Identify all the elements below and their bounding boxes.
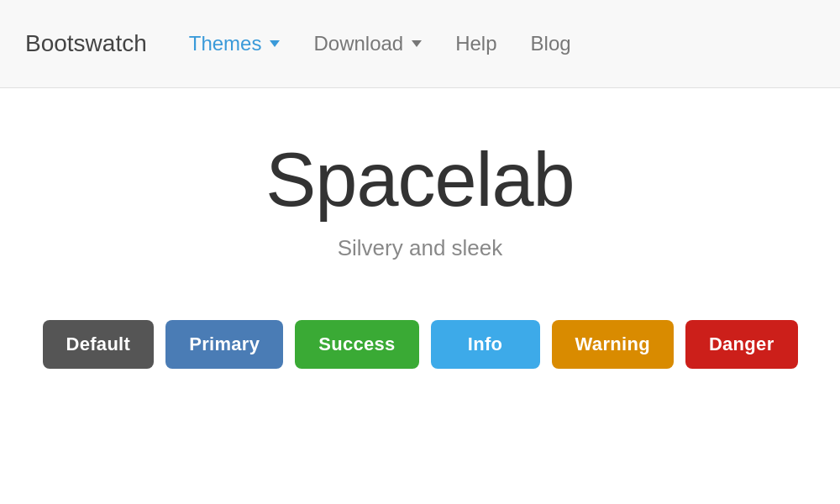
btn-success[interactable]: Success xyxy=(295,320,418,369)
nav-link-help[interactable]: Help xyxy=(455,32,496,55)
nav-label-help: Help xyxy=(455,32,496,55)
chevron-down-icon xyxy=(270,40,280,47)
navbar: Bootswatch Themes Download Help Blog xyxy=(0,0,840,88)
nav-label-themes: Themes xyxy=(189,32,262,55)
buttons-row: Default Primary Success Info Warning Dan… xyxy=(43,320,798,369)
nav-link-blog[interactable]: Blog xyxy=(531,32,571,55)
nav-link-download[interactable]: Download xyxy=(313,32,422,55)
navbar-brand[interactable]: Bootswatch xyxy=(25,30,147,57)
nav-label-download: Download xyxy=(313,32,403,55)
btn-primary[interactable]: Primary xyxy=(165,320,283,369)
nav-link-themes[interactable]: Themes xyxy=(189,32,281,55)
nav-items: Themes Download Help Blog xyxy=(172,32,588,55)
nav-item-blog: Blog xyxy=(514,32,588,55)
nav-label-blog: Blog xyxy=(531,32,571,55)
main-content: Spacelab Silvery and sleek Default Prima… xyxy=(0,88,840,402)
nav-item-help: Help xyxy=(438,32,513,55)
btn-default[interactable]: Default xyxy=(43,320,155,369)
nav-item-download: Download xyxy=(297,32,438,55)
btn-info[interactable]: Info xyxy=(431,320,540,369)
chevron-down-icon-download xyxy=(412,40,422,47)
theme-subtitle: Silvery and sleek xyxy=(338,235,503,261)
nav-item-themes: Themes xyxy=(172,32,297,55)
btn-warning[interactable]: Warning xyxy=(552,320,674,369)
btn-danger[interactable]: Danger xyxy=(685,320,798,369)
theme-title: Spacelab xyxy=(265,139,574,222)
